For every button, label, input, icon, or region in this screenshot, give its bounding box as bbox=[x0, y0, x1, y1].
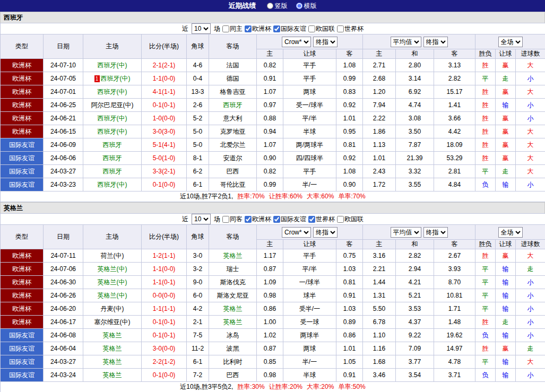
filter-checkbox-input[interactable] bbox=[222, 25, 229, 32]
euro-draw-odds: 4.74 bbox=[396, 99, 434, 112]
away-team[interactable]: 巴西 bbox=[209, 369, 257, 382]
away-team[interactable]: 斯洛文尼亚 bbox=[209, 289, 257, 302]
away-team[interactable]: 瑞士 bbox=[209, 263, 257, 276]
match-row: 欧洲杯24-07-051西班牙(中)1-1(0-0)0-4德国0.91平手0.9… bbox=[1, 72, 545, 85]
result-wdl: 胜 bbox=[475, 316, 496, 329]
result-wdl: 平 bbox=[475, 263, 496, 276]
away-team[interactable]: 西班牙 bbox=[209, 99, 257, 112]
home-team[interactable]: 西班牙(中) bbox=[83, 125, 142, 138]
home-team[interactable]: 丹麦(中) bbox=[83, 302, 142, 316]
home-team[interactable]: 英格兰 bbox=[83, 355, 142, 369]
away-team[interactable]: 巴西 bbox=[209, 165, 257, 178]
col-header: 客 bbox=[434, 49, 475, 59]
filter-checkbox[interactable]: 国际友谊 bbox=[273, 24, 306, 33]
away-team[interactable]: 哥伦比亚 bbox=[209, 178, 257, 191]
period-select[interactable]: 全场 bbox=[498, 37, 523, 47]
away-team[interactable]: 英格兰 bbox=[209, 302, 257, 316]
filter-checkbox-input[interactable] bbox=[337, 25, 344, 32]
home-team[interactable]: 英格兰 bbox=[83, 329, 142, 342]
home-team[interactable]: 英格兰(中) bbox=[83, 289, 142, 302]
euro-home-odds: 1.16 bbox=[363, 342, 396, 355]
filter-checkbox-input[interactable] bbox=[222, 216, 229, 223]
result-wdl: 负 bbox=[475, 178, 496, 191]
layout-radio-input[interactable] bbox=[296, 3, 302, 9]
home-team[interactable]: 1西班牙(中) bbox=[83, 72, 142, 85]
home-team[interactable]: 西班牙(中) bbox=[83, 178, 142, 191]
euro-stage-select[interactable]: 终指 bbox=[423, 37, 448, 47]
away-team[interactable]: 英格兰 bbox=[209, 316, 257, 329]
period-select[interactable]: 全场 bbox=[498, 227, 523, 238]
red-card-badge: 1 bbox=[94, 75, 100, 82]
asia-away-odds: 1.01 bbox=[336, 342, 363, 355]
home-team[interactable]: 西班牙 bbox=[83, 165, 142, 178]
home-team[interactable]: 英格兰 bbox=[83, 369, 142, 382]
match-date: 24-06-20 bbox=[44, 302, 83, 316]
away-team[interactable]: 英格兰 bbox=[209, 249, 257, 263]
euro-average-select[interactable]: 平均值 bbox=[391, 37, 421, 47]
corners: 2-6 bbox=[187, 99, 209, 112]
away-team[interactable]: 北爱尔兰 bbox=[209, 138, 257, 152]
euro-stage-select[interactable]: 终指 bbox=[423, 227, 448, 238]
filter-checkbox[interactable]: 世界杯 bbox=[308, 215, 335, 224]
filter-checkbox-label: 国际友谊 bbox=[281, 215, 306, 224]
filter-checkbox[interactable]: 欧国联 bbox=[308, 24, 335, 33]
filter-checkbox[interactable]: 欧洲杯 bbox=[245, 24, 271, 33]
asia-stage-select[interactable]: 终指 bbox=[313, 37, 338, 47]
home-team[interactable]: 阿尔巴尼亚(中) bbox=[83, 99, 142, 112]
match-count-select[interactable]: 10 bbox=[192, 214, 211, 224]
home-team[interactable]: 西班牙(中) bbox=[83, 85, 142, 99]
team-name-title: 西班牙 bbox=[0, 12, 545, 23]
euro-average-select[interactable]: 平均值 bbox=[391, 227, 421, 238]
filter-checkbox-input[interactable] bbox=[273, 25, 280, 32]
asia-stage-select[interactable]: 终指 bbox=[313, 227, 338, 238]
filter-checkbox-input[interactable] bbox=[245, 25, 252, 32]
competition-type: 欧洲杯 bbox=[1, 249, 44, 263]
away-team[interactable]: 意大利 bbox=[209, 112, 257, 125]
home-team[interactable]: 英格兰(中) bbox=[83, 263, 142, 276]
home-team[interactable]: 塞尔维亚(中) bbox=[83, 316, 142, 329]
layout-radio-vertical[interactable]: 竖版 bbox=[267, 2, 288, 11]
result-goals: 小 bbox=[516, 99, 545, 112]
filter-checkbox[interactable]: 欧洲杯 bbox=[245, 215, 271, 224]
away-team[interactable]: 法国 bbox=[209, 59, 257, 72]
asia-away-odds: 0.91 bbox=[336, 289, 363, 302]
col-header: 让球 bbox=[283, 240, 336, 249]
filter-checkbox-input[interactable] bbox=[308, 25, 315, 32]
layout-radio-horizontal[interactable]: 横版 bbox=[296, 2, 317, 11]
bookmaker-select[interactable]: Crow* bbox=[282, 227, 311, 238]
match-count-select[interactable]: 10 bbox=[192, 23, 211, 34]
filter-checkbox[interactable]: 国际友谊 bbox=[273, 215, 306, 224]
summary-stat: 大率:20% bbox=[307, 383, 334, 390]
result-goals: 走 bbox=[516, 342, 545, 355]
home-team[interactable]: 西班牙(中) bbox=[83, 112, 142, 125]
layout-radio-input[interactable] bbox=[267, 3, 273, 9]
match-date: 24-07-11 bbox=[44, 249, 83, 263]
filter-checkbox[interactable]: 同客 bbox=[222, 215, 243, 224]
away-team[interactable]: 安道尔 bbox=[209, 152, 257, 165]
filter-checkbox-input[interactable] bbox=[308, 216, 315, 223]
home-team[interactable]: 西班牙(中) bbox=[83, 59, 142, 72]
filter-checkbox-input[interactable] bbox=[245, 216, 252, 223]
away-team[interactable]: 德国 bbox=[209, 72, 257, 85]
home-team[interactable]: 英格兰 bbox=[83, 342, 142, 355]
filter-checkbox-input[interactable] bbox=[273, 216, 280, 223]
filter-checkbox[interactable]: 欧国联 bbox=[337, 215, 364, 224]
bookmaker-select[interactable]: Crow* bbox=[282, 37, 311, 47]
filter-checkbox-input[interactable] bbox=[337, 216, 344, 223]
col-header: 比分(半场) bbox=[142, 34, 187, 59]
filter-checkbox[interactable]: 同主 bbox=[222, 24, 243, 33]
home-team[interactable]: 西班牙 bbox=[83, 152, 142, 165]
home-team[interactable]: 荷兰(中) bbox=[83, 249, 142, 263]
away-team[interactable]: 比利时 bbox=[209, 355, 257, 369]
away-team[interactable]: 冰岛 bbox=[209, 329, 257, 342]
filter-checkbox[interactable]: 世界杯 bbox=[337, 24, 364, 33]
asia-home-odds: 0.94 bbox=[257, 125, 283, 138]
away-team[interactable]: 波黑 bbox=[209, 342, 257, 355]
home-team[interactable]: 英格兰(中) bbox=[83, 276, 142, 289]
away-team[interactable]: 克罗地亚 bbox=[209, 125, 257, 138]
result-handicap: 输 bbox=[496, 289, 516, 302]
competition-type: 国际友谊 bbox=[1, 152, 44, 165]
home-team[interactable]: 西班牙 bbox=[83, 138, 142, 152]
away-team[interactable]: 格鲁吉亚 bbox=[209, 85, 257, 99]
away-team[interactable]: 斯洛伐克 bbox=[209, 276, 257, 289]
